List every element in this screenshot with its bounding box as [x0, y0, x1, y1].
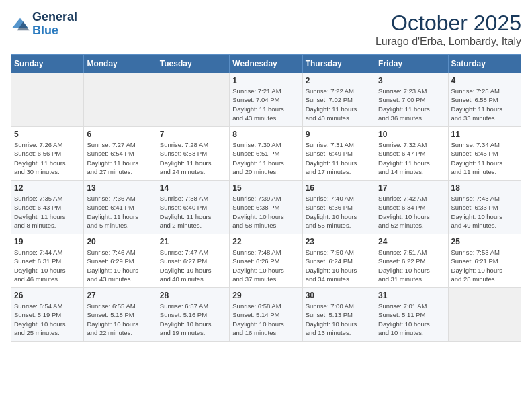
- day-info: Sunrise: 7:53 AM Sunset: 6:21 PM Dayligh…: [451, 248, 518, 283]
- day-info: Sunrise: 7:39 AM Sunset: 6:38 PM Dayligh…: [232, 194, 299, 230]
- logo: General Blue: [11, 11, 77, 38]
- day-number: 19: [14, 237, 81, 246]
- calendar-header-row: SundayMondayTuesdayWednesdayThursdayFrid…: [11, 55, 521, 73]
- calendar-cell: 28Sunrise: 6:57 AM Sunset: 5:16 PM Dayli…: [157, 288, 229, 342]
- logo-text: General Blue: [32, 11, 77, 38]
- day-number: 5: [14, 130, 81, 139]
- header-saturday: Saturday: [448, 55, 521, 73]
- day-info: Sunrise: 7:30 AM Sunset: 6:51 PM Dayligh…: [232, 140, 299, 176]
- location-title: Lurago d'Erba, Lombardy, Italy: [375, 36, 521, 48]
- day-info: Sunrise: 7:25 AM Sunset: 6:58 PM Dayligh…: [451, 87, 518, 122]
- calendar-cell: 25Sunrise: 7:53 AM Sunset: 6:21 PM Dayli…: [448, 234, 521, 288]
- header-monday: Monday: [84, 55, 157, 73]
- day-number: 4: [451, 76, 518, 85]
- day-info: Sunrise: 7:38 AM Sunset: 6:40 PM Dayligh…: [160, 194, 226, 230]
- calendar-cell: 19Sunrise: 7:44 AM Sunset: 6:31 PM Dayli…: [11, 234, 84, 288]
- calendar-cell: 27Sunrise: 6:55 AM Sunset: 5:18 PM Dayli…: [84, 288, 157, 342]
- day-info: Sunrise: 7:35 AM Sunset: 6:43 PM Dayligh…: [14, 194, 81, 230]
- calendar-cell: 1Sunrise: 7:21 AM Sunset: 7:04 PM Daylig…: [230, 73, 302, 127]
- calendar-cell: 30Sunrise: 7:00 AM Sunset: 5:13 PM Dayli…: [302, 288, 375, 342]
- day-info: Sunrise: 6:57 AM Sunset: 5:16 PM Dayligh…: [160, 302, 226, 337]
- day-number: 3: [378, 76, 445, 85]
- day-number: 27: [87, 291, 153, 300]
- calendar-cell: 5Sunrise: 7:26 AM Sunset: 6:56 PM Daylig…: [11, 127, 84, 181]
- day-info: Sunrise: 7:34 AM Sunset: 6:45 PM Dayligh…: [451, 140, 518, 176]
- day-info: Sunrise: 7:44 AM Sunset: 6:31 PM Dayligh…: [14, 248, 81, 283]
- month-title: October 2025: [375, 11, 521, 36]
- day-number: 28: [160, 291, 226, 300]
- title-section: October 2025 Lurago d'Erba, Lombardy, It…: [375, 11, 521, 48]
- calendar-cell: 26Sunrise: 6:54 AM Sunset: 5:19 PM Dayli…: [11, 288, 84, 342]
- week-row-4: 19Sunrise: 7:44 AM Sunset: 6:31 PM Dayli…: [11, 234, 521, 288]
- day-info: Sunrise: 7:36 AM Sunset: 6:41 PM Dayligh…: [87, 194, 153, 230]
- day-number: 18: [451, 183, 518, 193]
- day-info: Sunrise: 7:50 AM Sunset: 6:24 PM Dayligh…: [306, 248, 372, 283]
- day-info: Sunrise: 7:40 AM Sunset: 6:36 PM Dayligh…: [306, 194, 372, 230]
- day-number: 29: [232, 291, 299, 300]
- day-number: 23: [306, 237, 372, 246]
- day-info: Sunrise: 6:58 AM Sunset: 5:14 PM Dayligh…: [232, 302, 299, 337]
- day-info: Sunrise: 7:47 AM Sunset: 6:27 PM Dayligh…: [160, 248, 226, 283]
- day-info: Sunrise: 7:21 AM Sunset: 7:04 PM Dayligh…: [232, 87, 299, 122]
- header-thursday: Thursday: [302, 55, 375, 73]
- calendar-cell: 20Sunrise: 7:46 AM Sunset: 6:29 PM Dayli…: [84, 234, 157, 288]
- day-number: 24: [378, 237, 445, 246]
- calendar-cell: 29Sunrise: 6:58 AM Sunset: 5:14 PM Dayli…: [230, 288, 302, 342]
- calendar-table: SundayMondayTuesdayWednesdayThursdayFrid…: [11, 54, 521, 342]
- day-number: 9: [306, 130, 372, 139]
- day-number: 14: [160, 183, 226, 193]
- header-wednesday: Wednesday: [230, 55, 302, 73]
- calendar-cell: 11Sunrise: 7:34 AM Sunset: 6:45 PM Dayli…: [448, 127, 521, 181]
- day-info: Sunrise: 7:43 AM Sunset: 6:33 PM Dayligh…: [451, 194, 518, 230]
- calendar-cell: 31Sunrise: 7:01 AM Sunset: 5:11 PM Dayli…: [375, 288, 448, 342]
- calendar-cell: [157, 73, 229, 127]
- day-number: 21: [160, 237, 226, 246]
- day-info: Sunrise: 7:23 AM Sunset: 7:00 PM Dayligh…: [378, 87, 445, 122]
- calendar-cell: 16Sunrise: 7:40 AM Sunset: 6:36 PM Dayli…: [302, 181, 375, 234]
- calendar-cell: 15Sunrise: 7:39 AM Sunset: 6:38 PM Dayli…: [230, 181, 302, 234]
- calendar-cell: 24Sunrise: 7:51 AM Sunset: 6:22 PM Dayli…: [375, 234, 448, 288]
- calendar-cell: 2Sunrise: 7:22 AM Sunset: 7:02 PM Daylig…: [302, 73, 375, 127]
- day-number: 13: [87, 183, 153, 193]
- day-info: Sunrise: 7:28 AM Sunset: 6:53 PM Dayligh…: [160, 140, 226, 176]
- calendar-cell: 8Sunrise: 7:30 AM Sunset: 6:51 PM Daylig…: [230, 127, 302, 181]
- day-info: Sunrise: 7:32 AM Sunset: 6:47 PM Dayligh…: [378, 140, 445, 176]
- day-info: Sunrise: 7:27 AM Sunset: 6:54 PM Dayligh…: [87, 140, 153, 176]
- day-number: 10: [378, 130, 445, 139]
- week-row-1: 1Sunrise: 7:21 AM Sunset: 7:04 PM Daylig…: [11, 73, 521, 127]
- calendar-cell: 7Sunrise: 7:28 AM Sunset: 6:53 PM Daylig…: [157, 127, 229, 181]
- logo-icon: [11, 17, 30, 32]
- calendar-cell: [448, 288, 521, 342]
- day-info: Sunrise: 7:22 AM Sunset: 7:02 PM Dayligh…: [306, 87, 372, 122]
- day-info: Sunrise: 7:46 AM Sunset: 6:29 PM Dayligh…: [87, 248, 153, 283]
- day-number: 25: [451, 237, 518, 246]
- calendar-cell: 21Sunrise: 7:47 AM Sunset: 6:27 PM Dayli…: [157, 234, 229, 288]
- day-info: Sunrise: 7:42 AM Sunset: 6:34 PM Dayligh…: [378, 194, 445, 230]
- day-number: 2: [306, 76, 372, 85]
- calendar-cell: 18Sunrise: 7:43 AM Sunset: 6:33 PM Dayli…: [448, 181, 521, 234]
- calendar-cell: 14Sunrise: 7:38 AM Sunset: 6:40 PM Dayli…: [157, 181, 229, 234]
- calendar-cell: [11, 73, 84, 127]
- week-row-3: 12Sunrise: 7:35 AM Sunset: 6:43 PM Dayli…: [11, 181, 521, 234]
- header: General Blue October 2025 Lurago d'Erba,…: [11, 11, 521, 48]
- day-info: Sunrise: 7:48 AM Sunset: 6:26 PM Dayligh…: [232, 248, 299, 283]
- header-tuesday: Tuesday: [157, 55, 229, 73]
- day-number: 8: [232, 130, 299, 139]
- day-number: 1: [232, 76, 299, 85]
- calendar-cell: 10Sunrise: 7:32 AM Sunset: 6:47 PM Dayli…: [375, 127, 448, 181]
- day-info: Sunrise: 7:26 AM Sunset: 6:56 PM Dayligh…: [14, 140, 81, 176]
- calendar-cell: 3Sunrise: 7:23 AM Sunset: 7:00 PM Daylig…: [375, 73, 448, 127]
- header-friday: Friday: [375, 55, 448, 73]
- day-number: 12: [14, 183, 81, 193]
- day-number: 26: [14, 291, 81, 300]
- calendar-cell: 9Sunrise: 7:31 AM Sunset: 6:49 PM Daylig…: [302, 127, 375, 181]
- day-info: Sunrise: 7:01 AM Sunset: 5:11 PM Dayligh…: [378, 302, 445, 337]
- calendar-cell: 6Sunrise: 7:27 AM Sunset: 6:54 PM Daylig…: [84, 127, 157, 181]
- day-number: 30: [306, 291, 372, 300]
- day-number: 15: [232, 183, 299, 193]
- day-info: Sunrise: 7:51 AM Sunset: 6:22 PM Dayligh…: [378, 248, 445, 283]
- calendar-cell: 23Sunrise: 7:50 AM Sunset: 6:24 PM Dayli…: [302, 234, 375, 288]
- header-sunday: Sunday: [11, 55, 84, 73]
- day-number: 11: [451, 130, 518, 139]
- week-row-2: 5Sunrise: 7:26 AM Sunset: 6:56 PM Daylig…: [11, 127, 521, 181]
